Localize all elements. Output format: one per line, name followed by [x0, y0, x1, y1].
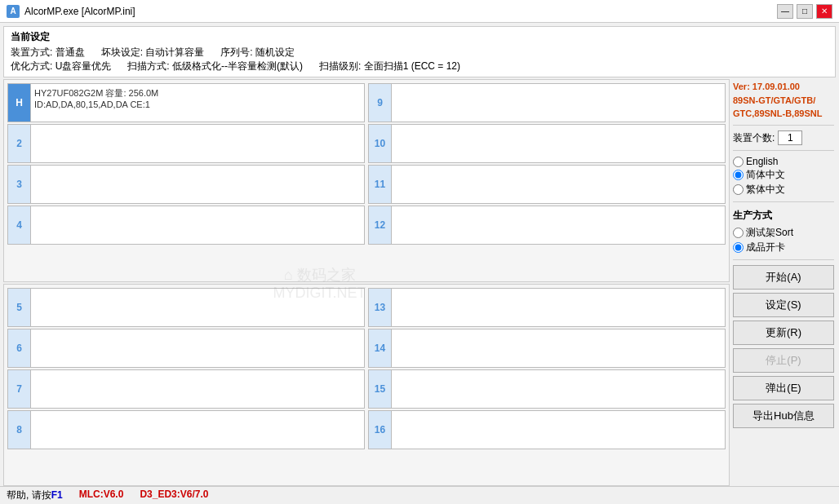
close-button[interactable]: ✕	[816, 4, 832, 19]
slot-number: 15	[369, 370, 392, 408]
slot-content	[31, 329, 364, 367]
slot-content	[392, 166, 725, 203]
product-mode-radio-1[interactable]	[733, 242, 744, 253]
slot-left-8: 8	[7, 410, 365, 449]
slot-left-5: 5	[7, 288, 365, 327]
eject-button[interactable]: 弹出(E)	[733, 376, 834, 400]
optimize-mode: 优化方式: U盘容量优先	[11, 60, 111, 73]
slots-group-2: 513614715816	[3, 284, 730, 487]
device-count-input[interactable]	[778, 130, 802, 145]
slot-number: 10	[369, 125, 392, 162]
language-option-2: 繁体中文	[733, 183, 834, 197]
slot-number: 7	[8, 370, 31, 408]
version-number: Ver: 17.09.01.00	[733, 81, 834, 93]
product-mode-label-0: 测试架Sort	[746, 226, 793, 240]
stop-button[interactable]: 停止(P)	[733, 348, 834, 373]
slot-left-H: HHY27UF082G2M 容量: 256.0M ID:AD,DA,80,15,…	[7, 83, 365, 122]
settings-button[interactable]: 设定(S)	[733, 293, 834, 317]
status-bar: 帮助, 请按F1 MLC:V6.0 D3_ED3:V6/7.0	[0, 486, 839, 504]
language-option-1: 简体中文	[733, 168, 834, 182]
slot-number: 12	[369, 206, 392, 244]
start-button[interactable]: 开始(A)	[733, 265, 834, 290]
export-hub-button[interactable]: 导出Hub信息	[733, 404, 834, 428]
product-mode-radio-0[interactable]	[733, 228, 744, 238]
slot-row-2: 311	[7, 165, 726, 204]
slot-left-6: 6	[7, 329, 365, 368]
slot-right-12: 12	[368, 206, 726, 245]
minimize-button[interactable]: —	[777, 4, 793, 19]
slot-content	[392, 84, 725, 122]
slot-row-3: 816	[7, 410, 726, 449]
language-option-0: English	[733, 156, 834, 167]
f1-key: F1	[51, 489, 63, 501]
version-info: Ver: 17.09.01.00 89SN-GT/GTA/GTB/ GTC,89…	[733, 81, 834, 120]
slot-number: 3	[8, 166, 31, 203]
language-radio-0[interactable]	[733, 157, 744, 167]
slot-row-0: HHY27UF082G2M 容量: 256.0M ID:AD,DA,80,15,…	[7, 83, 726, 122]
settings-row-1: 装置方式: 普通盘 坏块设定: 自动计算容量 序列号: 随机设定	[11, 46, 828, 60]
right-panel: Ver: 17.09.01.00 89SN-GT/GTA/GTB/ GTC,89…	[731, 79, 836, 486]
help-text: 帮助, 请按F1	[7, 489, 63, 502]
slot-right-14: 14	[368, 329, 726, 368]
title-bar: A AlcorMP.exe [AlcorMP.ini] — □ ✕	[0, 0, 839, 23]
d3-version: D3_ED3:V6/7.0	[140, 489, 208, 502]
slot-number: H	[8, 84, 31, 122]
bad-block: 坏块设定: 自动计算容量	[101, 46, 205, 60]
product-mode-option-0: 测试架Sort	[733, 226, 834, 240]
slot-content	[392, 370, 725, 408]
language-label-1: 简体中文	[746, 168, 785, 182]
slot-number: 5	[8, 289, 31, 326]
product-mode-option-1: 成品开卡	[733, 241, 834, 254]
slot-row-0: 513	[7, 288, 726, 327]
slot-content	[392, 329, 725, 367]
slot-number: 13	[369, 289, 392, 326]
separator-2	[733, 150, 834, 151]
separator-4	[733, 259, 834, 260]
language-radio-2[interactable]	[733, 184, 744, 195]
slot-number: 2	[8, 125, 31, 162]
slot-content: HY27UF082G2M 容量: 256.0M ID:AD,DA,80,15,A…	[31, 84, 364, 122]
product-mode-group: 测试架Sort成品开卡	[733, 226, 834, 254]
slots-group-1: HHY27UF082G2M 容量: 256.0M ID:AD,DA,80,15,…	[3, 79, 730, 282]
window-controls: — □ ✕	[777, 4, 832, 19]
slot-number: 14	[369, 329, 392, 367]
slot-right-13: 13	[368, 288, 726, 327]
separator-1	[733, 125, 834, 126]
slot-row-2: 715	[7, 369, 726, 409]
slot-right-16: 16	[368, 410, 726, 449]
device-count-row: 装置个数:	[733, 130, 834, 145]
maximize-button[interactable]: □	[797, 4, 813, 19]
slot-number: 16	[369, 411, 392, 449]
slots-area: HHY27UF082G2M 容量: 256.0M ID:AD,DA,80,15,…	[3, 79, 730, 486]
language-radio-1[interactable]	[733, 170, 744, 180]
scan-level: 扫描级别: 全面扫描1 (ECC = 12)	[319, 60, 460, 73]
slot-content	[31, 411, 364, 449]
serial: 序列号: 随机设定	[220, 46, 295, 60]
settings-panel: 当前设定 装置方式: 普通盘 坏块设定: 自动计算容量 序列号: 随机设定 优化…	[3, 26, 836, 77]
slot-number: 11	[369, 166, 392, 203]
slot-content	[31, 206, 364, 244]
slot-row-1: 210	[7, 124, 726, 163]
scan-mode: 扫描方式: 低级格式化--半容量检测(默认)	[127, 60, 303, 73]
app-icon: A	[7, 5, 20, 18]
slot-content	[31, 289, 364, 326]
slot-content	[392, 411, 725, 449]
slot-content	[392, 206, 725, 244]
content-area: ⌂ 数码之家 MYDIGIT.NET HHY27UF082G2M 容量: 256…	[3, 79, 836, 486]
product-mode-label-1: 成品开卡	[746, 241, 785, 254]
slot-number: 4	[8, 206, 31, 244]
slot-content	[31, 370, 364, 408]
slot-left-4: 4	[7, 206, 365, 245]
separator-3	[733, 201, 834, 202]
language-label-0: English	[746, 156, 778, 167]
slot-left-7: 7	[7, 369, 365, 409]
slot-right-11: 11	[368, 165, 726, 204]
slot-content	[392, 289, 725, 326]
product-mode-label: 生产方式	[733, 209, 834, 223]
settings-title: 当前设定	[11, 30, 828, 44]
device-count-label: 装置个数:	[733, 131, 775, 145]
language-label-2: 繁体中文	[746, 183, 785, 197]
slot-right-10: 10	[368, 124, 726, 163]
update-button[interactable]: 更新(R)	[733, 321, 834, 345]
language-group: English简体中文繁体中文	[733, 156, 834, 197]
